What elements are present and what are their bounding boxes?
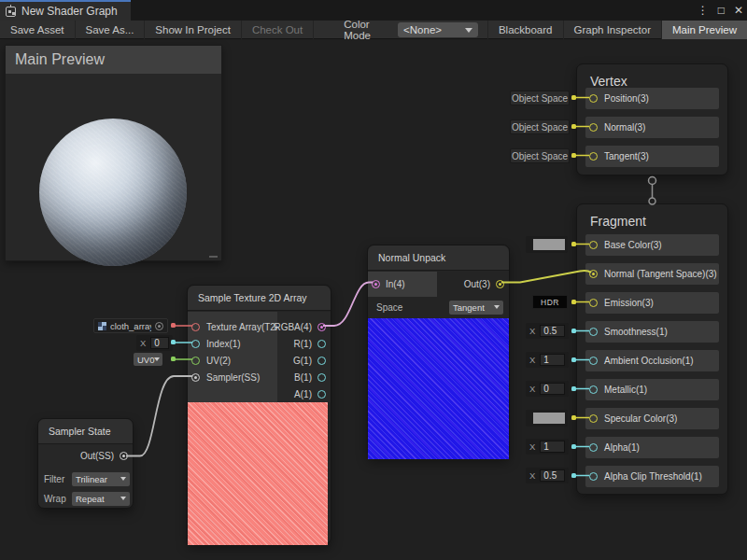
b-label: B(1)	[294, 372, 312, 383]
fragment-row-metallic[interactable]: Metallic(1)	[585, 379, 719, 400]
out-port[interactable]	[496, 280, 504, 288]
color-mode-dropdown[interactable]: <None>	[398, 22, 478, 37]
texture-array-port[interactable]	[191, 323, 200, 331]
texture-array-value-pill[interactable]: cloth_array	[93, 318, 168, 333]
base-color-port[interactable]	[589, 241, 598, 249]
output-b[interactable]: B(1)	[277, 369, 331, 385]
a-port[interactable]	[317, 390, 326, 399]
sampler-node-header[interactable]: Sampler State	[38, 419, 133, 444]
resize-handle[interactable]	[209, 256, 218, 258]
show-in-project-button[interactable]: Show In Project	[145, 21, 242, 39]
tangent-port[interactable]	[589, 152, 598, 161]
alpha-clip-port[interactable]	[589, 472, 598, 481]
unpack-output-out[interactable]: Out(3)	[437, 272, 509, 297]
main-preview-header[interactable]: Main Preview	[6, 46, 221, 74]
connector-dot	[571, 124, 576, 129]
x-label: X	[529, 384, 535, 394]
emission-port[interactable]	[589, 299, 598, 307]
alpha-field[interactable]: X 1	[526, 439, 569, 455]
sample-node-header[interactable]: Sample Texture 2D Array	[188, 286, 331, 311]
fragment-row-smoothness[interactable]: Smoothness(1)	[585, 321, 719, 343]
ambient-occlusion-port[interactable]	[589, 357, 598, 365]
position-port[interactable]	[589, 94, 598, 103]
output-r[interactable]: R(1)	[277, 335, 331, 352]
r-port[interactable]	[317, 340, 326, 348]
filter-row: Filter Trilinear	[38, 471, 133, 486]
filter-dropdown[interactable]: Trilinear	[72, 472, 130, 486]
object-picker-icon[interactable]	[155, 322, 163, 330]
specular-color-field[interactable]	[526, 410, 568, 427]
base-color-field[interactable]	[526, 236, 568, 253]
tab-shader-graph[interactable]: New Shader Graph	[0, 0, 131, 21]
graph-inspector-button[interactable]: Graph Inspector	[564, 21, 662, 39]
chevron-down-icon	[120, 477, 126, 481]
blackboard-button[interactable]: Blackboard	[487, 21, 564, 39]
metallic-port[interactable]	[589, 385, 598, 394]
sample-texture-2d-array-node[interactable]: Sample Texture 2D Array RGBA(4) R(1) G(1…	[187, 285, 331, 544]
g-port[interactable]	[317, 357, 326, 365]
alpha-clip-field[interactable]: X 0.5	[526, 468, 569, 483]
x-label: X	[529, 441, 535, 452]
sampler-output-row[interactable]: Out(SS)	[38, 447, 133, 464]
alpha-value[interactable]: 1	[540, 441, 565, 453]
normal-default-box[interactable]: Object Space	[510, 119, 570, 134]
emission-hdr-field[interactable]: HDR	[532, 295, 568, 309]
tangent-default-box[interactable]: Object Space	[510, 148, 570, 163]
wrap-dropdown[interactable]: Repeat	[72, 492, 130, 506]
output-g[interactable]: G(1)	[277, 352, 331, 369]
ambient-occlusion-field[interactable]: X 1	[526, 352, 569, 368]
index-port[interactable]	[191, 340, 200, 348]
menu-icon[interactable]: ⋮	[698, 4, 709, 17]
vertex-row-normal[interactable]: Normal(3)	[585, 117, 719, 138]
ambient-occlusion-value[interactable]: 1	[540, 354, 565, 366]
smoothness-field[interactable]: X 0.5	[526, 323, 569, 339]
uv-port[interactable]	[191, 357, 200, 365]
index-value[interactable]: 0	[150, 337, 169, 349]
maximize-icon[interactable]: □	[718, 4, 725, 17]
fragment-row-normal-ts[interactable]: Normal (Tangent Space)(3)	[585, 263, 719, 285]
save-as-button[interactable]: Save As...	[76, 21, 146, 39]
output-rgba[interactable]: RGBA(4)	[277, 318, 331, 335]
sampler-state-node[interactable]: Sampler State Out(SS) Filter Trilinear W…	[37, 418, 134, 509]
unpack-input-in[interactable]: In(4)	[368, 272, 437, 297]
in-port[interactable]	[372, 280, 380, 288]
rgba-port[interactable]	[317, 323, 326, 331]
smoothness-port[interactable]	[589, 328, 598, 336]
texture-name: cloth_array	[110, 321, 151, 331]
alpha-clip-value[interactable]: 0.5	[540, 469, 565, 482]
fragment-row-ambient-occlusion[interactable]: Ambient Occlusion(1)	[585, 350, 719, 371]
fragment-row-alpha[interactable]: Alpha(1)	[585, 437, 719, 458]
save-asset-button[interactable]: Save Asset	[0, 21, 76, 39]
vertex-row-position[interactable]: Position(3)	[585, 88, 719, 109]
close-icon[interactable]: ✕	[734, 4, 743, 17]
b-port[interactable]	[317, 373, 326, 382]
fragment-row-base-color[interactable]: Base Color(3)	[585, 234, 719, 256]
sample-node-title: Sample Texture 2D Array	[198, 292, 307, 303]
uv-channel-dropdown[interactable]: UV0	[134, 353, 162, 366]
fragment-node[interactable]: Fragment Base Color(3) Normal (Tangent S…	[576, 203, 728, 495]
fragment-row-alpha-clip[interactable]: Alpha Clip Threshold(1)	[585, 466, 719, 487]
vertex-row-tangent[interactable]: Tangent(3)	[585, 146, 719, 167]
alpha-port[interactable]	[589, 443, 598, 452]
smoothness-value[interactable]: 0.5	[540, 325, 565, 337]
space-value: Tangent	[453, 302, 485, 313]
metallic-field[interactable]: X 0	[526, 381, 569, 397]
output-a[interactable]: A(1)	[277, 385, 331, 402]
unpack-space-row: Space Tangent	[368, 297, 509, 317]
main-preview-button[interactable]: Main Preview	[662, 21, 747, 39]
smoothness-label: Smoothness(1)	[604, 327, 668, 337]
normal-unpack-node[interactable]: Normal Unpack In(4) Out(3) Space Tangent	[367, 245, 510, 458]
position-default-box[interactable]: Object Space	[510, 91, 570, 105]
metallic-value[interactable]: 0	[540, 383, 565, 395]
fragment-row-specular-color[interactable]: Specular Color(3)	[585, 408, 719, 429]
specular-color-port[interactable]	[589, 414, 598, 423]
normal-port[interactable]	[589, 123, 598, 132]
vertex-node[interactable]: Vertex Position(3) Normal(3) Tangent(3)	[576, 63, 728, 175]
space-dropdown[interactable]: Tangent	[449, 301, 503, 315]
index-value-field[interactable]: X 0	[136, 335, 173, 351]
out-ss-port[interactable]	[120, 452, 128, 460]
fragment-row-emission[interactable]: Emission(3)	[585, 292, 719, 314]
normal-ts-port[interactable]	[589, 270, 598, 278]
unpack-node-header[interactable]: Normal Unpack	[368, 245, 509, 271]
sampler-port[interactable]	[191, 373, 200, 382]
